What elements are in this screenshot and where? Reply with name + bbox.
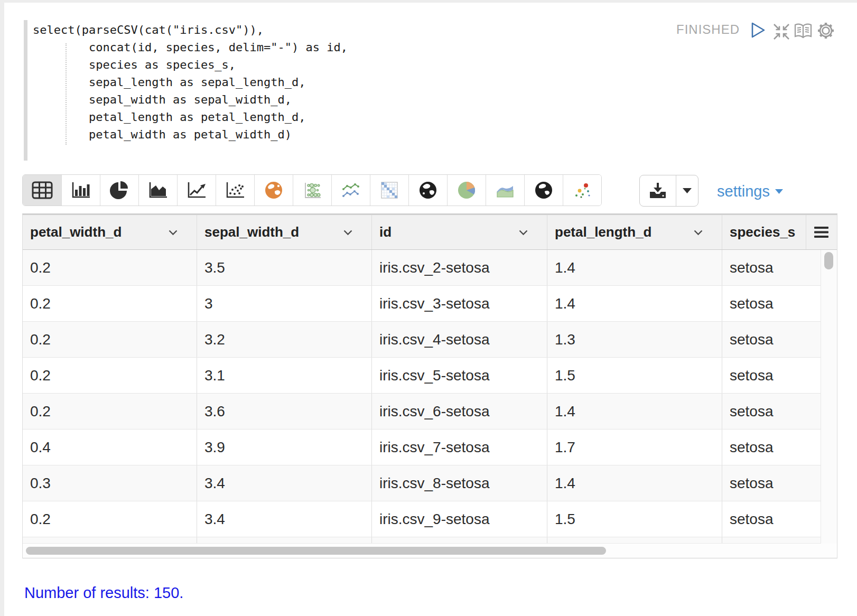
table-cell: iris.csv_9-setosa [372, 501, 547, 537]
chart-type-multi-line-chart-button[interactable] [331, 175, 370, 206]
table-cell: 0.2 [23, 250, 197, 285]
chart-type-globe-dark-2-button[interactable] [524, 175, 563, 206]
table-cell [547, 537, 722, 543]
table-cell: 0.2 [23, 322, 197, 357]
table-cell: iris.csv_3-setosa [372, 286, 547, 321]
globe-dark-icon [418, 181, 437, 200]
hamburger-icon [814, 227, 829, 238]
column-header-label: id [379, 224, 392, 240]
table-cell: 1.7 [547, 430, 722, 465]
result-table: petal_width_dsepal_width_didpetal_length… [22, 213, 837, 558]
matrix-heatmap-icon [380, 181, 398, 199]
column-dropdown-icon[interactable] [519, 230, 528, 236]
vertical-scrollbar[interactable] [821, 250, 837, 544]
table-row: 0.43.9iris.csv_7-setosa1.7setosa [23, 430, 837, 465]
settings-label: settings [717, 183, 770, 200]
column-dropdown-icon[interactable] [694, 230, 703, 236]
table-cell: 3 [197, 286, 372, 321]
table-cell: 1.4 [547, 286, 722, 321]
chart-type-table-button[interactable] [23, 175, 61, 206]
table-cell [23, 537, 197, 543]
book-icon [793, 22, 813, 40]
horizontal-scrollbar[interactable] [23, 544, 837, 558]
chart-type-map-globe-orange-button[interactable] [254, 175, 293, 206]
table-row: 0.23.4iris.csv_9-setosa1.5setosa [23, 501, 837, 537]
vertical-scrollbar-thumb[interactable] [824, 252, 833, 269]
chart-type-area-colored-button[interactable] [486, 175, 524, 206]
table-cell: setosa [722, 501, 822, 537]
column-header-label: sepal_width_d [204, 224, 299, 240]
table-body: 0.23.5iris.csv_2-setosa1.4setosa0.23iris… [23, 250, 837, 537]
download-button-group [639, 175, 698, 207]
column-header-label: petal_width_d [30, 224, 122, 240]
column-dropdown-icon[interactable] [169, 230, 178, 236]
table-cell: setosa [722, 322, 822, 357]
column-header-id[interactable]: id [372, 215, 547, 249]
results-count: Number of results: 150. [24, 584, 183, 602]
table-cell: 1.5 [547, 501, 722, 537]
table-cell: 3.4 [197, 465, 372, 501]
table-cell: setosa [722, 250, 822, 285]
table-cell: 3.1 [197, 358, 372, 393]
horizontal-scrollbar-thumb[interactable] [26, 547, 606, 555]
caret-down-icon [683, 188, 692, 193]
column-header-petal_width_d[interactable]: petal_width_d [23, 215, 197, 249]
table-header-row: petal_width_dsepal_width_didpetal_length… [23, 215, 837, 250]
column-dropdown-icon[interactable] [343, 230, 352, 236]
table-row: 0.23.5iris.csv_2-setosa1.4setosa [23, 250, 837, 286]
table-cell: 3.2 [197, 322, 372, 357]
download-button[interactable] [640, 175, 676, 206]
globe-dark-2-icon [534, 181, 553, 200]
table-cell: iris.csv_7-setosa [372, 430, 547, 465]
chart-type-pie-chart-button[interactable] [100, 175, 138, 206]
page-edge-left [0, 0, 4, 616]
table-cell: iris.csv_6-setosa [372, 394, 547, 429]
code-editor[interactable]: select(parseCSV(cat("iris.csv")), concat… [33, 21, 348, 143]
table-cell: 3.5 [197, 250, 372, 285]
column-header-label: species_s [730, 224, 795, 240]
chart-type-bubble-grid-button[interactable] [293, 175, 331, 206]
table-cell: 3.4 [197, 501, 372, 537]
column-header-petal_length_d[interactable]: petal_length_d [547, 215, 722, 249]
table-cell: 0.2 [23, 286, 197, 321]
paragraph-settings-button[interactable] [816, 21, 835, 42]
play-icon [750, 22, 766, 39]
download-options-button[interactable] [676, 175, 698, 206]
table-cell [197, 537, 372, 543]
paragraph-status: FINISHED [676, 22, 740, 37]
page-edge-top [0, 0, 857, 3]
table-cell: iris.csv_2-setosa [372, 250, 547, 285]
chart-type-line-chart-button[interactable] [177, 175, 216, 206]
chart-type-bar-chart-button[interactable] [61, 175, 100, 206]
chart-type-matrix-heatmap-button[interactable] [370, 175, 408, 206]
table-row: 0.23iris.csv_3-setosa1.4setosa [23, 286, 837, 322]
column-header-sepal_width_d[interactable]: sepal_width_d [197, 215, 372, 249]
run-button[interactable] [750, 22, 766, 41]
collapse-output-button[interactable] [772, 23, 790, 43]
chart-type-area-chart-button[interactable] [138, 175, 177, 206]
show-editor-button[interactable] [793, 22, 813, 42]
table-cell: 3.6 [197, 394, 372, 429]
scatter-colored-icon [573, 181, 592, 200]
bar-chart-icon [71, 181, 91, 199]
table-row: 0.23.1iris.csv_5-setosa1.5setosa [23, 358, 837, 394]
chart-type-scatter-colored-button[interactable] [563, 175, 601, 206]
table-cell: setosa [722, 358, 822, 393]
table-cell: setosa [722, 394, 822, 429]
zeppelin-paragraph: { "paragraph": { "code": "select(parseCS… [0, 0, 857, 616]
table-cell: 1.3 [547, 322, 722, 357]
chart-type-pie-colored-button[interactable] [447, 175, 486, 206]
table-cell: 0.2 [23, 394, 197, 429]
code-gutter-bar [24, 20, 27, 161]
chart-type-globe-dark-button[interactable] [408, 175, 447, 206]
table-menu-button[interactable] [806, 215, 837, 249]
chart-type-scatter-chart-button[interactable] [216, 175, 254, 206]
table-icon [32, 181, 53, 199]
area-chart-icon [148, 181, 168, 199]
settings-dropdown[interactable]: settings [717, 183, 783, 200]
table-cell: 1.4 [547, 465, 722, 501]
table-cell: 0.2 [23, 358, 197, 393]
column-header-species_s[interactable]: species_s [722, 215, 806, 249]
table-cell: iris.csv_4-setosa [372, 322, 547, 357]
table-row: 0.23.6iris.csv_6-setosa1.4setosa [23, 394, 837, 430]
